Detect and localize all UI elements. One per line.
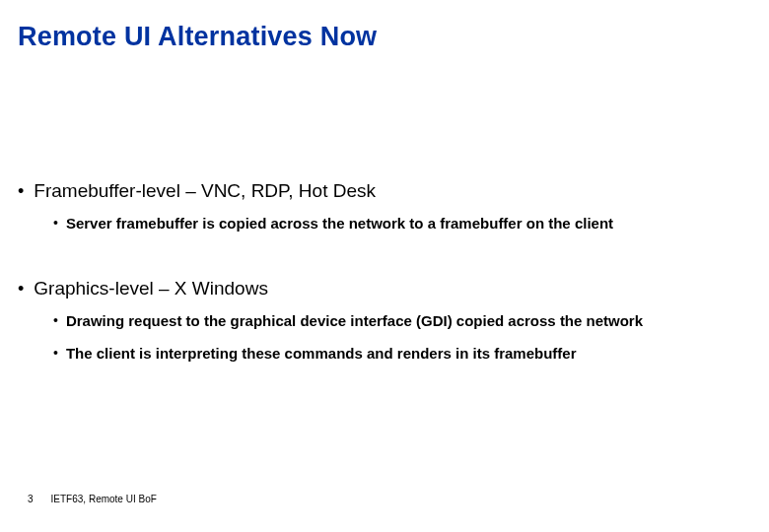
- slide-footer: 3 IETF63, Remote UI BoF: [28, 494, 157, 504]
- footer-text: IETF63, Remote UI BoF: [51, 494, 157, 504]
- bullet-level-1: • Framebuffer-level – VNC, RDP, Hot Desk: [18, 180, 751, 202]
- slide-content: • Framebuffer-level – VNC, RDP, Hot Desk…: [18, 180, 751, 363]
- bullet-level-1: • Graphics-level – X Windows: [18, 278, 751, 299]
- slide-title: Remote UI Alternatives Now: [18, 22, 751, 52]
- bullet-level-2: • The client is interpreting these comma…: [53, 344, 751, 363]
- bullet-text: The client is interpreting these command…: [66, 344, 577, 363]
- bullet-level-2: • Drawing request to the graphical devic…: [53, 311, 751, 330]
- bullet-dot: •: [53, 214, 58, 233]
- bullet-text: Server framebuffer is copied across the …: [66, 214, 613, 233]
- bullet-dot: •: [18, 180, 24, 202]
- bullet-level-2: • Server framebuffer is copied across th…: [53, 214, 751, 233]
- bullet-text: Drawing request to the graphical device …: [66, 311, 643, 330]
- bullet-text: Framebuffer-level – VNC, RDP, Hot Desk: [34, 180, 376, 202]
- bullet-text: Graphics-level – X Windows: [34, 278, 268, 299]
- section-gap: [18, 246, 751, 278]
- slide: Remote UI Alternatives Now • Framebuffer…: [0, 0, 769, 532]
- bullet-dot: •: [18, 278, 24, 299]
- bullet-dot: •: [53, 344, 58, 363]
- bullet-dot: •: [53, 311, 58, 330]
- page-number: 3: [28, 494, 34, 504]
